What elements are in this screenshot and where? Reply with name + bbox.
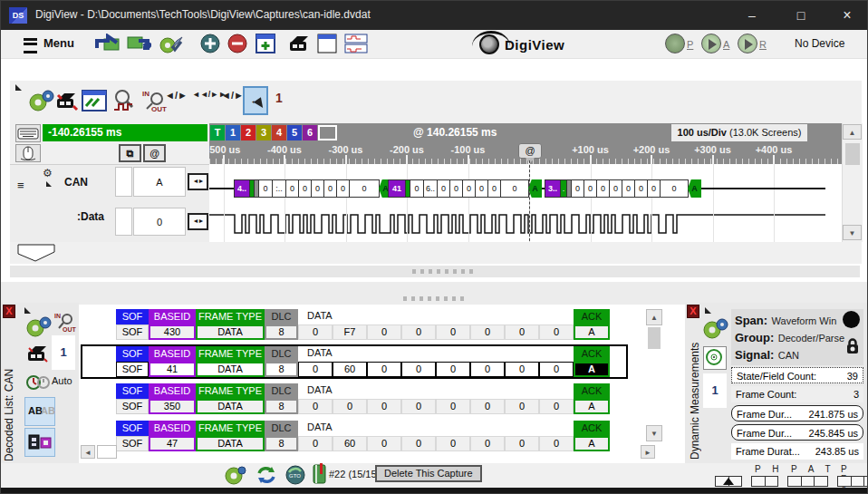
can-frame[interactable]: 3...00000000A: [545, 179, 701, 198]
table-scroll-thumb[interactable]: [648, 327, 661, 349]
capture-log-icon[interactable]: [312, 463, 328, 486]
timeline-marker-T[interactable]: T: [210, 125, 225, 140]
signal-expand-icon[interactable]: [46, 181, 52, 187]
pan-handle-icon[interactable]: [17, 244, 57, 264]
zoom-in-out-icon[interactable]: INOUT: [140, 88, 168, 113]
scroll-up-icon[interactable]: ▲: [843, 124, 862, 140]
decoded-list-entry[interactable]: SOFBASEIDFRAME TYPEDLCDATAACKSOF47DATA80…: [81, 419, 628, 453]
close-panel-icon[interactable]: X: [3, 305, 15, 318]
timeline-marker-empty[interactable]: [318, 125, 337, 140]
waveform-plot[interactable]: 4..0:..000000A4106..000000A3...00000000A: [209, 164, 842, 242]
run-button[interactable]: [738, 34, 757, 53]
can-prev-next-button[interactable]: ◄►: [188, 173, 208, 190]
timeline-marker-4[interactable]: 4: [272, 125, 286, 140]
signal-menu-icon[interactable]: ≡: [17, 179, 24, 192]
splitter-grip-icon[interactable]: [403, 296, 467, 301]
at-cursor-badge[interactable]: @: [518, 143, 542, 159]
splitter-lower[interactable]: [1, 282, 868, 305]
table-hscroll-thumb[interactable]: [97, 445, 117, 459]
knob-icon[interactable]: [843, 311, 860, 328]
run-auto-button[interactable]: [701, 34, 721, 53]
data-blank-cell[interactable]: [115, 208, 132, 236]
close-panel-icon[interactable]: X: [687, 305, 699, 318]
zoom-in-icon[interactable]: [200, 34, 220, 54]
recycle-captures-icon[interactable]: [255, 464, 278, 486]
scroll-thumb[interactable]: [845, 143, 860, 165]
waveform-vscrollbar[interactable]: ▲ ▼: [842, 123, 863, 242]
lock-icon[interactable]: [845, 337, 860, 355]
measurement-field[interactable]: State/Field Count:39: [731, 367, 863, 383]
can-frame[interactable]: 4..0:..000000A: [235, 179, 392, 198]
timeline-marker-6[interactable]: 6: [303, 125, 317, 140]
measurement-field[interactable]: Frame Durat...243.85 us: [731, 443, 863, 460]
hardware-icon[interactable]: [26, 343, 50, 364]
table-scroll-down-icon[interactable]: ▼: [646, 425, 662, 441]
scale-indicator[interactable]: 100 us/Div (13.0K Screens): [671, 124, 807, 141]
window-settings-icon[interactable]: [82, 88, 107, 113]
splitter-upper[interactable]: [10, 266, 860, 277]
menu-icon[interactable]: [24, 38, 37, 53]
time-cursor-line[interactable]: [529, 160, 530, 246]
entry-value-row[interactable]: SOF41DATA8060000000A: [82, 362, 626, 377]
auto-capture-icon[interactable]: GTO: [284, 464, 307, 486]
hardware-config-icon[interactable]: [288, 34, 310, 54]
tool-slot-number[interactable]: 1: [275, 91, 283, 105]
auto-mode-label[interactable]: Auto: [52, 375, 72, 386]
delete-capture-button[interactable]: Delete This Capture: [375, 465, 482, 482]
hardware-icon[interactable]: [55, 88, 79, 113]
entry-value-row[interactable]: SOF47DATA8060000000A: [82, 436, 626, 451]
measure-gears-icon[interactable]: [701, 317, 728, 341]
decoded-list-entry[interactable]: SOFBASEIDFRAME TYPEDLCDATAACKSOF41DATA80…: [81, 344, 628, 379]
decoded-list-entry[interactable]: SOFBASEIDFRAME TYPEDLCDATAACKSOF430DATA8…: [81, 307, 628, 342]
save-capture-icon[interactable]: [126, 34, 149, 54]
search-pulse-icon[interactable]: [111, 88, 138, 113]
table-scroll-right-icon[interactable]: ►: [641, 445, 655, 459]
timeline-marker-3[interactable]: 3: [256, 125, 271, 140]
capture-gear-icon[interactable]: [224, 465, 247, 487]
goto-edge-icon[interactable]: ◄/►: [165, 90, 188, 115]
minimize-button[interactable]: –: [731, 1, 773, 30]
signal-name-can[interactable]: CAN: [64, 176, 88, 189]
signal-gear-icon[interactable]: ⚙: [43, 167, 53, 179]
indicator-box[interactable]: [837, 476, 868, 487]
decoder-gears-icon[interactable]: [24, 315, 52, 339]
table-scroll-up-icon[interactable]: ▲: [646, 309, 662, 325]
maximize-button[interactable]: □: [780, 1, 822, 30]
menu-button[interactable]: Menu: [43, 36, 74, 50]
blank-window-icon[interactable]: [317, 34, 337, 54]
at-cursor-button[interactable]: @: [143, 144, 166, 162]
field-format-button[interactable]: [24, 428, 55, 457]
resize-grip-icon[interactable]: [24, 307, 31, 314]
timeline-marker-2[interactable]: 2: [241, 125, 256, 140]
configure-icon[interactable]: [158, 34, 181, 54]
open-capture-icon[interactable]: [95, 34, 119, 54]
can-blank-cell[interactable]: [115, 167, 132, 197]
resize-grip-icon[interactable]: [705, 307, 711, 314]
signal-name-data[interactable]: :Data: [77, 210, 104, 223]
close-button[interactable]: ×: [826, 1, 868, 30]
measurement-field[interactable]: Frame Count:3: [731, 386, 863, 402]
timers-icon[interactable]: [26, 372, 50, 393]
in-out-search-icon[interactable]: INOUT: [53, 310, 77, 334]
can-frame[interactable]: 4106..000000A: [389, 179, 542, 198]
print-button[interactable]: [665, 34, 685, 53]
table-scroll-left-icon[interactable]: ◄: [81, 445, 95, 459]
measurement-field[interactable]: Frame Dur...245.845 us: [731, 424, 863, 441]
timeline-marker-1[interactable]: 1: [226, 125, 240, 140]
ascii-format-button[interactable]: AB AB: [24, 397, 55, 426]
waveform-windows-icon[interactable]: [344, 34, 368, 54]
cursor-time-field[interactable]: -140.26155 ms: [43, 124, 207, 141]
mouse-icon[interactable]: [15, 144, 41, 162]
new-window-icon[interactable]: [256, 34, 275, 54]
can-value-cell[interactable]: A: [133, 167, 186, 197]
keyboard-icon[interactable]: [15, 124, 41, 142]
indicator-box[interactable]: [751, 476, 778, 487]
entry-value-row[interactable]: SOF430DATA80F7000000A: [82, 324, 626, 340]
waveform-config-gears-icon[interactable]: [27, 88, 54, 113]
data-value-cell[interactable]: 0: [133, 208, 186, 236]
measurement-field[interactable]: Frame Dur...241.875 us: [731, 405, 863, 421]
link-windows-button[interactable]: ⧉: [119, 144, 141, 162]
scroll-down-icon[interactable]: ▼: [843, 225, 862, 240]
resize-grip-icon[interactable]: [15, 84, 22, 91]
step-icon[interactable]: ◄/►: [221, 90, 244, 115]
